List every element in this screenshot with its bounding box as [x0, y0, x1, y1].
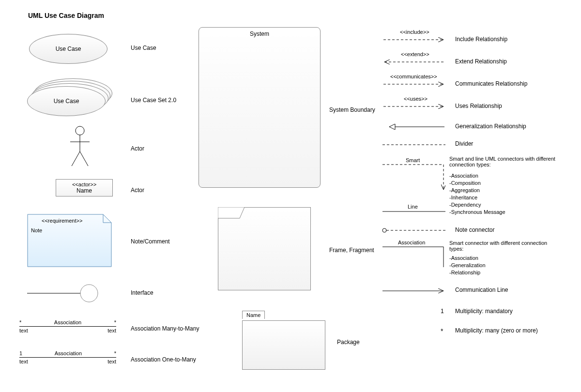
use-case-label: Use Case	[131, 45, 156, 51]
system-boundary: System	[199, 27, 321, 188]
smart-types: -Association -Composition -Aggregation -…	[449, 172, 505, 216]
interface-icon	[27, 284, 100, 303]
mult-many-symbol: *	[441, 327, 443, 335]
assoc-many-many: * Association * text text	[19, 319, 116, 333]
use-case-set: Use Case	[27, 78, 112, 117]
list-item: -Inheritance	[449, 194, 505, 201]
actor-box-label: Actor	[131, 187, 144, 194]
assoc-conn-word: Association	[398, 240, 425, 245]
system-title: System	[199, 30, 320, 37]
assoc-om-label: Association One-to-Many	[131, 356, 196, 363]
note-stereo: <<requirement>>	[42, 218, 82, 224]
frame-label: Frame, Fragment	[329, 247, 374, 254]
package-label: Package	[337, 339, 360, 346]
svg-point-0	[76, 126, 84, 135]
list-item: -Relationship	[449, 269, 486, 276]
note-label: Note/Comment	[131, 238, 170, 245]
list-item: -Association	[449, 172, 505, 180]
assoc-om-word: Association	[55, 350, 82, 356]
note-connector-icon	[382, 227, 446, 233]
svg-line-4	[80, 151, 88, 166]
use-case-ellipse: Use Case	[29, 34, 107, 64]
page-title: UML Use Case Diagram	[28, 12, 104, 19]
note-body: Note	[31, 227, 42, 233]
list-item: -Aggregation	[449, 187, 505, 194]
interface-label: Interface	[131, 289, 153, 296]
mult-many-label: Multiplicity: many (zero or more)	[455, 327, 538, 334]
communication-line-label: Communication Line	[455, 286, 508, 293]
extend-arrow-icon	[382, 57, 445, 67]
svg-point-14	[382, 228, 386, 232]
generalization-arrow-icon	[382, 122, 445, 132]
svg-point-6	[80, 285, 98, 302]
assoc-mm-label: Association Many-to-Many	[131, 325, 199, 332]
assoc-mm-textL: text	[19, 328, 28, 333]
assoc-mm-starL: *	[19, 319, 21, 325]
include-stereo: <<include>>	[400, 29, 429, 35]
generalization-label: Generalization Relationship	[455, 123, 526, 130]
communication-line-icon	[382, 287, 445, 294]
line-connector-icon	[382, 209, 445, 214]
actor-stereo: <<actor>>	[60, 181, 108, 187]
system-boundary-label: System Boundary	[329, 106, 375, 113]
mult-mandatory-symbol: 1	[441, 308, 444, 315]
smart-word: Smart	[406, 157, 420, 163]
line-word: Line	[408, 204, 418, 210]
communicates-label: Communicates Relationship	[455, 80, 527, 87]
assoc-mm-textR: text	[107, 328, 116, 333]
assoc-conn-types: -Association -Generalization -Relationsh…	[449, 255, 486, 276]
smart-connector-icon	[382, 161, 445, 194]
communicates-stereo: <<communicates>>	[390, 74, 437, 79]
actor-name: Name	[60, 187, 108, 194]
assoc-om-one: 1	[19, 350, 22, 356]
uses-label: Uses Relationship	[455, 103, 502, 109]
diagram-canvas: UML Use Case Diagram Use Case Use Case U…	[0, 0, 581, 392]
association-connector-icon	[382, 243, 445, 268]
extend-label: Extend Relationship	[455, 58, 507, 65]
communicates-arrow-icon	[382, 79, 445, 89]
package: Name	[242, 311, 324, 369]
divider-label: Divider	[455, 140, 473, 147]
use-case-text: Use Case	[56, 45, 81, 52]
svg-line-3	[72, 151, 80, 166]
assoc-one-many: 1 Association * text text	[19, 350, 116, 364]
actor-stick-icon	[68, 125, 92, 168]
list-item: -Synchronous Message	[449, 209, 505, 216]
assoc-om-textL: text	[19, 359, 28, 364]
use-case-set-label: Use Case Set 2.0	[131, 97, 176, 104]
package-name: Name	[242, 311, 265, 319]
list-item: -Generalization	[449, 262, 486, 269]
list-item: -Association	[449, 255, 486, 262]
list-item: -Composition	[449, 180, 505, 187]
frame-tab-icon	[218, 207, 247, 219]
assoc-conn-intro: Smart connector with different connectio…	[449, 240, 561, 252]
actor-box: <<actor>> Name	[56, 179, 113, 196]
include-label: Include Relationship	[455, 36, 507, 43]
assoc-om-textR: text	[107, 359, 116, 364]
mult-mandatory-label: Multiplicity: mandatory	[455, 308, 513, 315]
assoc-mm-word: Association	[54, 319, 81, 325]
list-item: -Dependency	[449, 201, 505, 209]
uses-stereo: <<uses>>	[404, 96, 428, 102]
use-case-set-text: Use Case	[54, 98, 79, 105]
assoc-mm-starR: *	[114, 319, 116, 325]
frame-fragment	[218, 207, 311, 290]
extend-stereo: <<extend>>	[401, 51, 429, 57]
divider-line-icon	[382, 142, 445, 147]
smart-intro: Smart and line UML connectors with diffe…	[449, 156, 561, 167]
assoc-om-star: *	[114, 350, 116, 356]
uses-arrow-icon	[382, 102, 445, 111]
actor-stick-label: Actor	[131, 145, 144, 152]
note-connector-label: Note connector	[455, 226, 494, 233]
include-arrow-icon	[382, 35, 445, 45]
